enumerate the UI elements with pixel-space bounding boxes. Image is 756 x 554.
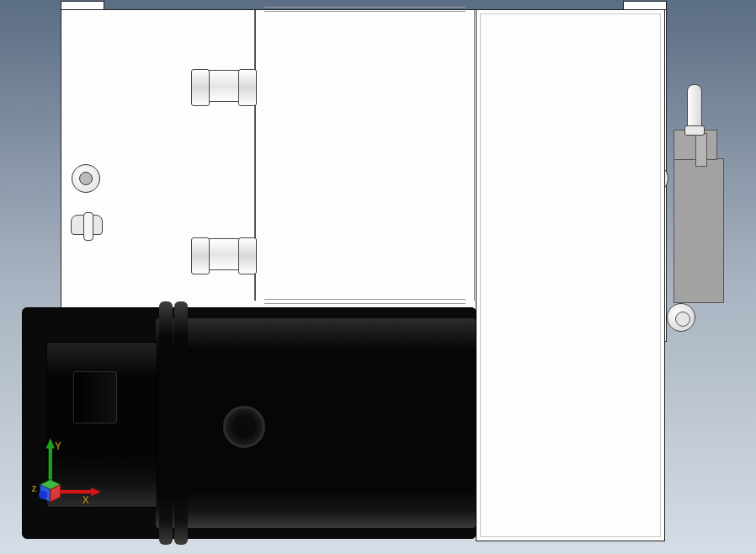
standoff-lower (195, 238, 253, 270)
front-plate (476, 9, 665, 541)
motor-clamp-band (174, 301, 188, 545)
triad-x-axis[interactable]: X (61, 487, 101, 506)
motor-connector (73, 371, 117, 423)
motor-shaft-ring (223, 406, 265, 448)
bracket-pin (687, 84, 702, 131)
axis-label-x: X (83, 494, 89, 506)
motor-body (156, 318, 476, 528)
mount-slot-left (71, 215, 103, 235)
motor-clamp-band (159, 301, 173, 545)
view-orientation-triad[interactable]: Y X z (29, 441, 101, 514)
axis-label-y: Y (55, 440, 61, 452)
triad-y-axis[interactable]: Y (46, 439, 61, 480)
svg-point-7 (39, 490, 47, 498)
center-plate (254, 10, 475, 301)
standoff-upper (195, 70, 253, 102)
bracket-gray (673, 158, 724, 303)
svg-marker-6 (91, 487, 101, 496)
cad-3d-viewport[interactable]: Y X z (0, 0, 756, 554)
axis-label-z: z (31, 482, 36, 494)
hex-bolt-left (72, 164, 100, 193)
roller-bearing (667, 303, 695, 332)
bracket-hinge (695, 133, 707, 167)
